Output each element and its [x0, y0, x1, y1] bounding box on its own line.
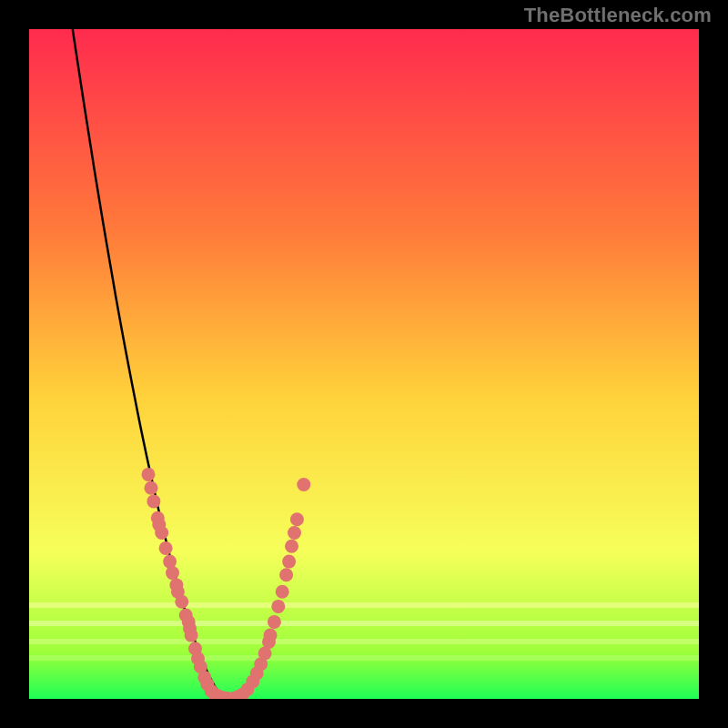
- data-point: [264, 629, 278, 642]
- data-point: [271, 600, 285, 613]
- data-point: [145, 481, 158, 495]
- plot-area: [29, 29, 699, 699]
- data-point: [279, 568, 293, 581]
- chart-svg: [29, 29, 699, 699]
- data-point: [288, 526, 301, 540]
- data-point: [147, 494, 160, 508]
- watermark-text: TheBottleneck.com: [524, 4, 712, 27]
- data-point: [163, 555, 177, 569]
- data-point: [159, 541, 173, 555]
- data-point: [285, 540, 298, 553]
- data-point: [290, 512, 304, 526]
- data-point: [297, 478, 310, 491]
- data-point: [175, 595, 188, 609]
- band-light-2: [29, 621, 699, 626]
- data-point: [166, 566, 179, 580]
- data-point: [185, 629, 198, 642]
- band-light-4: [29, 655, 699, 661]
- data-point: [155, 526, 168, 540]
- data-point: [142, 468, 156, 481]
- gradient-background: [29, 29, 699, 699]
- band-light-3: [29, 639, 699, 644]
- chart-outer-frame: TheBottleneck.com: [0, 0, 728, 728]
- data-point: [268, 615, 281, 629]
- data-point: [282, 555, 296, 569]
- data-point: [276, 585, 289, 599]
- band-light-1: [29, 602, 699, 608]
